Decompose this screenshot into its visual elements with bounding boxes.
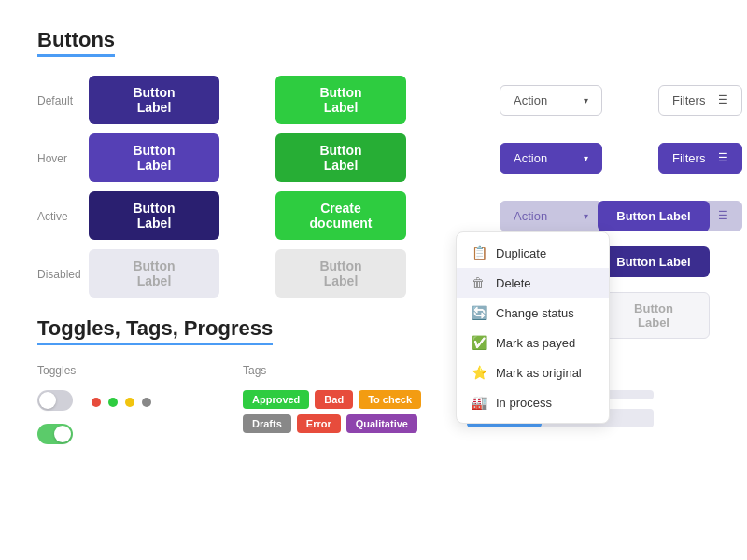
mark-payed-icon: ✅ (472, 335, 486, 350)
dropdown-item-delete[interactable]: 🗑 Delete (457, 268, 609, 298)
btn-filters-default[interactable]: Filters ☰ (658, 85, 742, 116)
btn-green-disabled: Button Label (275, 249, 406, 298)
dot-gray (142, 398, 151, 407)
dropdown-item-mark-original[interactable]: ⭐ Mark as original (457, 357, 609, 387)
row-label-default: Default (37, 94, 89, 107)
btn-green-default[interactable]: Button Label (275, 76, 406, 124)
dot-yellow (125, 398, 134, 407)
tag-approved[interactable]: Approved (243, 390, 309, 409)
toggles-subsection: Toggles (37, 364, 205, 448)
btn-green-hover[interactable]: Button Label (275, 133, 406, 182)
tag-bad[interactable]: Bad (315, 390, 353, 409)
btn-primary-hover[interactable]: Button Label (89, 133, 219, 182)
filter-icon-hover: ☰ (718, 151, 728, 164)
btn-action-default[interactable]: Action ▾ (500, 85, 602, 116)
toggle-on[interactable] (37, 424, 73, 444)
btn-right-disabled: Button Label (598, 292, 710, 339)
dropdown-item-mark-payed[interactable]: ✅ Mark as payed (457, 328, 609, 357)
filter-icon-active: ☰ (718, 209, 728, 222)
chevron-down-icon: ▾ (584, 95, 588, 105)
dropdown-item-change-status[interactable]: 🔄 Change status (457, 298, 609, 328)
btn-primary-disabled: Button Label (89, 249, 219, 298)
delete-icon: 🗑 (472, 275, 486, 290)
chevron-down-icon-active: ▾ (584, 211, 588, 221)
btn-action-active[interactable]: Action ▾ (500, 201, 602, 231)
row-label-disabled: Disabled (37, 268, 89, 281)
tags-subsection: Tags Approved Bad To check Drafts Error … (243, 364, 430, 448)
tag-to-check[interactable]: To check (359, 390, 421, 409)
dropdown-menu: 📋 Duplicate 🗑 Delete 🔄 Change status ✅ M… (456, 231, 610, 424)
btn-right-hover[interactable]: Button Label (598, 201, 710, 231)
chevron-down-icon-hover: ▾ (584, 153, 588, 163)
dots-row (92, 398, 151, 407)
in-process-icon: 🏭 (472, 395, 486, 410)
toggles-label: Toggles (37, 364, 205, 377)
btn-green-active[interactable]: Create document (275, 191, 406, 240)
tag-error[interactable]: Error (297, 414, 341, 433)
btn-primary-default[interactable]: Button Label (89, 76, 219, 124)
duplicate-icon: 📋 (472, 245, 486, 260)
row-label-active: Active (37, 210, 89, 223)
section2-title: Toggles, Tags, Progress (37, 316, 273, 345)
tag-qualitative[interactable]: Qualitative (346, 414, 417, 433)
btn-action-hover[interactable]: Action ▾ (500, 143, 602, 174)
tag-drafts[interactable]: Drafts (243, 414, 291, 433)
dot-red (92, 398, 101, 407)
row-label-hover: Hover (37, 152, 89, 165)
dropdown-item-in-process[interactable]: 🏭 In process (457, 387, 609, 417)
btn-right-active[interactable]: Button Label (598, 246, 710, 277)
dot-green (108, 398, 118, 407)
change-status-icon: 🔄 (472, 305, 486, 320)
toggle-off[interactable] (37, 390, 73, 411)
tags-label: Tags (243, 364, 430, 377)
buttons-section-title: Buttons (37, 28, 115, 57)
filter-icon: ☰ (718, 93, 728, 106)
dropdown-item-duplicate[interactable]: 📋 Duplicate (457, 238, 609, 268)
mark-original-icon: ⭐ (472, 365, 486, 380)
btn-primary-active[interactable]: Button Label (89, 191, 219, 240)
